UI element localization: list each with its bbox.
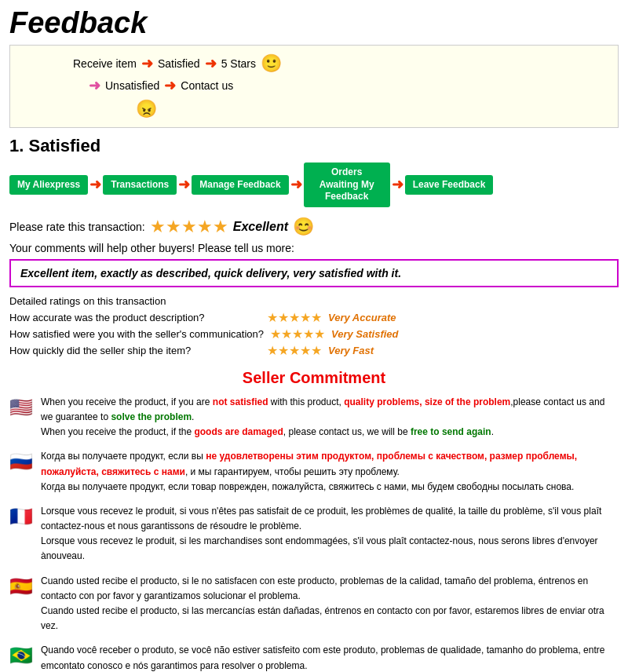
frown-emoji: 😠 bbox=[136, 99, 157, 119]
satisfied-flow-label: Satisfied bbox=[158, 57, 200, 70]
rating-desc-3: Very Fast bbox=[328, 345, 374, 356]
arrow2: ➜ bbox=[205, 55, 217, 72]
comment-box: Excellent item, exactly as described, qu… bbox=[9, 259, 619, 287]
rating-stars-1: ★★★★★ bbox=[267, 310, 322, 325]
commitment-text-en: When you receive the product, if you are… bbox=[41, 395, 619, 440]
detailed-ratings: Detailed ratings on this transaction How… bbox=[9, 295, 619, 358]
rating-q3: How quickly did the seller ship the item… bbox=[9, 345, 261, 356]
step-my-aliexpress[interactable]: My Aliexpress bbox=[9, 175, 88, 195]
rating-q1: How accurate was the product description… bbox=[9, 312, 261, 323]
arrow-pink1: ➜ bbox=[89, 77, 100, 94]
flag-ru: 🇷🇺 bbox=[9, 451, 33, 473]
flag-br: 🇧🇷 bbox=[9, 645, 33, 667]
commitment-block-fr: 🇫🇷 Lorsque vous recevez le produit, si v… bbox=[9, 504, 619, 564]
five-stars-label: 5 Stars bbox=[221, 57, 256, 70]
commitment-text-es: Cuando usted recibe el producto, si le n… bbox=[41, 574, 619, 634]
receive-label: Receive item bbox=[73, 57, 137, 70]
commitment-block-ru: 🇷🇺 Когда вы получаете продукт, если вы н… bbox=[9, 449, 619, 495]
flag-us: 🇺🇸 bbox=[9, 396, 33, 418]
flag-es: 🇪🇸 bbox=[9, 575, 33, 597]
page-title: Feedback bbox=[9, 6, 619, 40]
comment-hint: Your comments will help other buyers! Pl… bbox=[9, 242, 619, 254]
step-arrow-1: ➜ bbox=[88, 176, 103, 193]
step-leave-feedback[interactable]: Leave Feedback bbox=[405, 175, 494, 195]
rating-desc-1: Very Accurate bbox=[328, 312, 396, 323]
feedback-flow-box: Receive item ➜ Satisfied ➜ 5 Stars 🙂 ➜ U… bbox=[9, 45, 619, 128]
commitment-text-ru: Когда вы получаете продукт, если вы не у… bbox=[41, 449, 619, 495]
smile-emoji-2: 😊 bbox=[293, 217, 314, 237]
commitment-block-en: 🇺🇸 When you receive the product, if you … bbox=[9, 395, 619, 440]
rating-row-1: How accurate was the product description… bbox=[9, 310, 619, 325]
commitment-block-br: 🇧🇷 Quando você receber o produto, se voc… bbox=[9, 643, 619, 672]
arrow3: ➜ bbox=[164, 77, 176, 94]
contact-us-label: Contact us bbox=[181, 79, 233, 92]
step-arrow-3: ➜ bbox=[289, 176, 304, 193]
step-arrow-4: ➜ bbox=[390, 176, 405, 193]
rating-stars-2: ★★★★★ bbox=[270, 327, 325, 341]
rate-label: Please rate this transaction: bbox=[9, 221, 145, 233]
smile-emoji: 🙂 bbox=[261, 53, 282, 74]
detailed-title: Detailed ratings on this transaction bbox=[9, 295, 619, 307]
commitment-text-fr: Lorsque vous recevez le produit, si vous… bbox=[41, 504, 619, 564]
rating-row-3: How quickly did the seller ship the item… bbox=[9, 343, 619, 358]
step-transactions[interactable]: Transactions bbox=[103, 175, 177, 195]
commitment-text-br: Quando você receber o produto, se você n… bbox=[41, 643, 619, 672]
step-arrow-2: ➜ bbox=[177, 176, 192, 193]
rate-row: Please rate this transaction: ★★★★★ Exce… bbox=[9, 217, 619, 237]
arrow1: ➜ bbox=[141, 55, 153, 72]
seller-commitment-title: Seller Commitment bbox=[9, 369, 619, 387]
unsatisfied-label: Unsatisfied bbox=[105, 79, 159, 92]
rating-stars-3: ★★★★★ bbox=[267, 343, 322, 358]
rating-stars-main: ★★★★★ bbox=[150, 217, 228, 237]
excellent-label: Excellent bbox=[233, 220, 288, 234]
steps-row: My Aliexpress ➜ Transactions ➜ Manage Fe… bbox=[9, 163, 619, 207]
step-orders-awaiting[interactable]: Orders Awaiting My Feedback bbox=[304, 163, 390, 207]
rating-row-2: How satisfied were you with the seller's… bbox=[9, 327, 619, 341]
rating-q2: How satisfied were you with the seller's… bbox=[9, 328, 264, 340]
rating-desc-2: Very Satisfied bbox=[331, 328, 399, 340]
flag-fr: 🇫🇷 bbox=[9, 506, 33, 528]
section1-title: 1. Satisfied bbox=[9, 136, 619, 156]
commitment-block-es: 🇪🇸 Cuando usted recibe el producto, si l… bbox=[9, 574, 619, 634]
step-manage-feedback[interactable]: Manage Feedback bbox=[192, 175, 288, 195]
